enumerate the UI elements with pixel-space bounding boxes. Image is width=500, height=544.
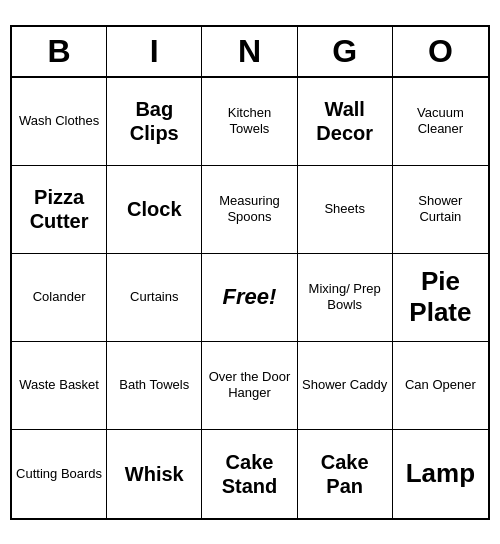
bingo-grid: Wash ClothesBag ClipsKitchen TowelsWall … — [12, 78, 488, 518]
bingo-cell-24: Lamp — [393, 430, 488, 518]
bingo-header: BINGO — [12, 27, 488, 78]
bingo-cell-6: Clock — [107, 166, 202, 254]
bingo-cell-14: Pie Plate — [393, 254, 488, 342]
bingo-cell-11: Curtains — [107, 254, 202, 342]
header-letter-g: G — [298, 27, 393, 76]
bingo-cell-20: Cutting Boards — [12, 430, 107, 518]
bingo-cell-17: Over the Door Hanger — [202, 342, 297, 430]
bingo-cell-1: Bag Clips — [107, 78, 202, 166]
bingo-cell-22: Cake Stand — [202, 430, 297, 518]
bingo-cell-5: Pizza Cutter — [12, 166, 107, 254]
bingo-cell-3: Wall Decor — [298, 78, 393, 166]
header-letter-o: O — [393, 27, 488, 76]
bingo-cell-16: Bath Towels — [107, 342, 202, 430]
header-letter-n: N — [202, 27, 297, 76]
bingo-cell-15: Waste Basket — [12, 342, 107, 430]
bingo-cell-10: Colander — [12, 254, 107, 342]
header-letter-i: I — [107, 27, 202, 76]
bingo-cell-13: Mixing/ Prep Bowls — [298, 254, 393, 342]
bingo-cell-19: Can Opener — [393, 342, 488, 430]
bingo-cell-23: Cake Pan — [298, 430, 393, 518]
bingo-cell-8: Sheets — [298, 166, 393, 254]
bingo-cell-9: Shower Curtain — [393, 166, 488, 254]
bingo-cell-4: Vacuum Cleaner — [393, 78, 488, 166]
bingo-card: BINGO Wash ClothesBag ClipsKitchen Towel… — [10, 25, 490, 520]
bingo-cell-2: Kitchen Towels — [202, 78, 297, 166]
bingo-cell-0: Wash Clothes — [12, 78, 107, 166]
bingo-cell-7: Measuring Spoons — [202, 166, 297, 254]
bingo-cell-21: Whisk — [107, 430, 202, 518]
header-letter-b: B — [12, 27, 107, 76]
bingo-cell-12: Free! — [202, 254, 297, 342]
bingo-cell-18: Shower Caddy — [298, 342, 393, 430]
